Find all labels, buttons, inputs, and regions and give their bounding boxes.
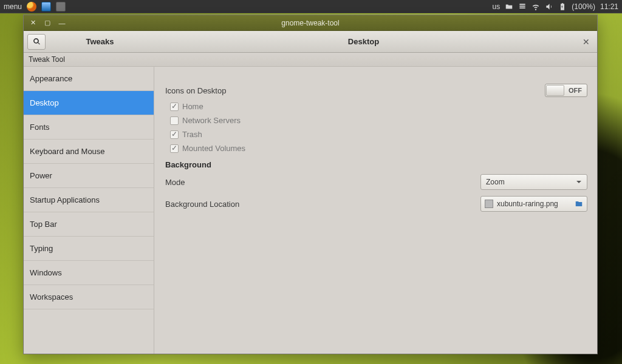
app-title: Tweaks <box>49 37 154 46</box>
header-bar: Tweaks Desktop ✕ <box>24 31 597 53</box>
maximize-window-icon[interactable]: ▢ <box>43 19 52 27</box>
tool-label: Tweak Tool <box>24 53 597 67</box>
sidebar-item-power[interactable]: Power <box>24 164 154 188</box>
background-file-name: xubuntu-raring.png <box>497 200 558 208</box>
firefox-icon[interactable] <box>27 2 36 12</box>
mode-label: Mode <box>165 178 185 187</box>
notes-tray-icon[interactable] <box>518 2 527 11</box>
sidebar-item-workspaces[interactable]: Workspaces <box>24 285 154 309</box>
window-title: gnome-tweak-tool <box>24 19 597 27</box>
background-location-label: Background Location <box>165 200 239 209</box>
background-heading: Background <box>165 155 587 173</box>
sidebar-item-typing[interactable]: Typing <box>24 237 154 261</box>
app-icon[interactable] <box>41 2 51 12</box>
keyboard-layout-indicator[interactable]: us <box>493 2 501 11</box>
network-servers-checkbox[interactable] <box>170 116 179 125</box>
sidebar-item-top-bar[interactable]: Top Bar <box>24 212 154 237</box>
background-file-button[interactable]: xubuntu-raring.png <box>480 196 587 212</box>
window-titlebar[interactable]: ✕ ▢ — gnome-tweak-tool <box>24 15 597 31</box>
switch-knob <box>546 85 564 96</box>
folder-tray-icon[interactable] <box>505 2 513 11</box>
folder-icon <box>575 200 583 208</box>
minimize-window-icon[interactable]: — <box>58 19 66 27</box>
page-title: Desktop <box>154 31 573 52</box>
tweak-tool-window: ✕ ▢ — gnome-tweak-tool Tweaks Desktop ✕ … <box>23 15 598 354</box>
sidebar-item-keyboard-and-mouse[interactable]: Keyboard and Mouse <box>24 140 154 164</box>
chevron-down-icon <box>576 179 582 185</box>
trash-checkbox[interactable] <box>170 130 179 139</box>
file-thumbnail-icon <box>485 200 493 208</box>
header-close-button[interactable]: ✕ <box>580 36 592 48</box>
sidebar-item-appearance[interactable]: Appearance <box>24 67 154 91</box>
battery-tray-icon[interactable] <box>558 2 567 11</box>
menu-button[interactable]: menu <box>4 2 22 11</box>
sidebar: AppearanceDesktopFontsKeyboard and Mouse… <box>24 67 154 354</box>
switch-off-label: OFF <box>569 87 582 94</box>
sidebar-item-startup-applications[interactable]: Startup Applications <box>24 188 154 212</box>
search-button[interactable] <box>27 34 46 50</box>
wifi-tray-icon[interactable] <box>531 2 540 11</box>
search-icon <box>33 38 41 46</box>
home-label: Home <box>182 102 203 111</box>
mode-value: Zoom <box>486 178 505 186</box>
app-icon-2[interactable] <box>56 2 66 12</box>
trash-label: Trash <box>182 130 202 139</box>
top-panel: menu us (100%) 11:21 <box>0 0 622 13</box>
mounted-volumes-checkbox[interactable] <box>170 144 179 153</box>
clock[interactable]: 11:21 <box>600 2 618 11</box>
icons-on-desktop-label: Icons on Desktop <box>165 86 226 95</box>
content-pane: Icons on Desktop OFF Home Network Server… <box>154 67 597 354</box>
sidebar-item-windows[interactable]: Windows <box>24 261 154 285</box>
network-servers-label: Network Servers <box>182 116 241 125</box>
close-window-icon[interactable]: ✕ <box>29 19 37 27</box>
icons-on-desktop-switch[interactable]: OFF <box>545 84 587 97</box>
sidebar-item-fonts[interactable]: Fonts <box>24 115 154 140</box>
mounted-volumes-label: Mounted Volumes <box>182 144 245 153</box>
volume-tray-icon[interactable] <box>545 2 553 11</box>
battery-percent: (100%) <box>572 2 595 11</box>
sidebar-item-desktop[interactable]: Desktop <box>24 91 154 115</box>
home-checkbox[interactable] <box>170 103 179 111</box>
mode-combobox[interactable]: Zoom <box>480 174 587 190</box>
